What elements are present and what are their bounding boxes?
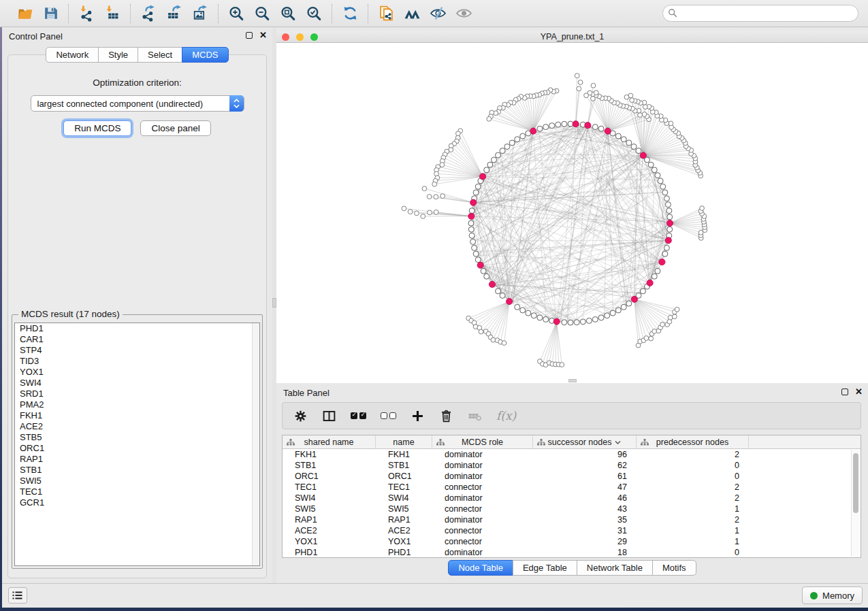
network-node[interactable] [643, 105, 647, 110]
zoom-in-icon[interactable] [225, 3, 248, 24]
close-table-panel-icon[interactable]: ✕ [855, 389, 863, 395]
share-document-icon[interactable] [374, 3, 398, 24]
mcds-result-item[interactable]: GCR1 [15, 497, 259, 508]
network-node[interactable] [652, 274, 657, 279]
network-node[interactable] [560, 363, 564, 367]
network-node[interactable] [509, 140, 515, 146]
table-row[interactable]: ORC1ORC1dominator610 [283, 471, 861, 482]
network-node[interactable] [526, 310, 531, 316]
network-node[interactable] [496, 152, 501, 158]
mcds-hub-node[interactable] [530, 128, 536, 134]
network-node[interactable] [662, 190, 668, 195]
network-node[interactable] [578, 80, 583, 85]
network-node[interactable] [568, 320, 573, 325]
network-node[interactable] [556, 122, 561, 127]
network-node[interactable] [520, 133, 526, 139]
network-node[interactable] [468, 220, 474, 226]
trash-icon[interactable] [439, 409, 453, 423]
optimization-criterion-select[interactable]: largest connected component (undirected) [31, 95, 244, 112]
network-node[interactable] [660, 184, 666, 189]
mcds-result-item[interactable]: PHD1 [15, 323, 259, 334]
mcds-list-scrollbar[interactable] [252, 323, 259, 565]
run-mcds-button[interactable]: Run MCDS [63, 120, 131, 136]
mcds-hub-node[interactable] [665, 237, 671, 244]
tab-mcds[interactable]: MCDS [182, 47, 228, 63]
network-node[interactable] [475, 257, 481, 263]
mcds-result-item[interactable]: TEC1 [15, 486, 259, 497]
network-node[interactable] [500, 148, 505, 154]
network-node[interactable] [421, 214, 425, 219]
table-row[interactable]: ACE2ACE2connector311 [283, 525, 861, 536]
table-scrollbar-thumb[interactable] [853, 453, 858, 513]
table-scrollbar[interactable] [851, 450, 860, 557]
network-node[interactable] [574, 320, 579, 325]
gear-icon[interactable] [293, 409, 308, 423]
network-node[interactable] [473, 190, 479, 195]
float-table-panel-icon[interactable] [841, 389, 848, 395]
network-node[interactable] [626, 140, 632, 146]
mcds-hub-node[interactable] [647, 280, 653, 286]
network-node[interactable] [624, 95, 629, 99]
network-node[interactable] [592, 316, 598, 322]
network-node[interactable] [668, 315, 673, 320]
network-node[interactable] [537, 126, 543, 131]
tab-style[interactable]: Style [98, 47, 138, 63]
zoom-selected-icon[interactable] [302, 3, 325, 24]
network-node[interactable] [591, 83, 596, 88]
network-node[interactable] [500, 293, 505, 298]
columns-icon[interactable] [322, 409, 336, 423]
network-node[interactable] [484, 167, 489, 173]
network-node[interactable] [537, 315, 543, 320]
mcds-hub-node[interactable] [640, 152, 646, 159]
select-all-checkboxes-icon[interactable] [351, 412, 366, 419]
network-node[interactable] [515, 137, 520, 142]
tab-network-table[interactable]: Network Table [577, 560, 653, 576]
mcds-hub-node[interactable] [479, 174, 485, 180]
import-table-icon[interactable] [101, 3, 124, 24]
mcds-result-item[interactable]: ORC1 [15, 443, 259, 454]
network-node[interactable] [649, 336, 654, 341]
mcds-result-item[interactable]: STP4 [15, 345, 259, 356]
window-close-icon[interactable] [282, 33, 289, 41]
save-icon[interactable] [39, 3, 62, 24]
binoculars-icon[interactable] [400, 3, 423, 24]
network-node[interactable] [531, 313, 536, 318]
network-node[interactable] [605, 313, 610, 318]
network-node[interactable] [630, 98, 634, 103]
mcds-hub-node[interactable] [573, 121, 579, 127]
mcds-result-item[interactable]: CAR1 [15, 334, 259, 345]
column-header-successor-nodes[interactable]: successor nodes [533, 435, 637, 448]
mcds-result-item[interactable]: STB1 [15, 465, 259, 476]
add-icon[interactable] [411, 409, 425, 423]
mcds-result-item[interactable]: SWI4 [15, 378, 259, 389]
network-node[interactable] [667, 214, 673, 220]
network-node[interactable] [502, 341, 507, 346]
network-canvas[interactable] [276, 43, 868, 383]
network-node[interactable] [598, 315, 604, 320]
memory-button[interactable]: Memory [802, 587, 863, 604]
network-node[interactable] [626, 301, 632, 306]
network-node[interactable] [648, 162, 654, 167]
tab-edge-table[interactable]: Edge Table [513, 560, 577, 576]
tab-network[interactable]: Network [46, 47, 99, 63]
tab-node-table[interactable]: Node Table [448, 560, 513, 576]
network-node[interactable] [492, 157, 497, 163]
network-node[interactable] [473, 251, 479, 257]
network-node[interactable] [427, 195, 432, 199]
network-node[interactable] [666, 208, 672, 214]
network-node[interactable] [415, 211, 419, 216]
network-node[interactable] [577, 86, 581, 91]
column-header-MCDS-role[interactable]: MCDS role [432, 435, 533, 448]
table-row[interactable]: RAP1RAP1dominator352 [283, 514, 861, 525]
mcds-result-item[interactable]: RAP1 [15, 454, 259, 465]
mcds-result-item[interactable]: SWI5 [15, 476, 259, 486]
network-node[interactable] [456, 131, 461, 136]
mcds-hub-node[interactable] [659, 259, 665, 265]
network-node[interactable] [615, 133, 621, 139]
network-node[interactable] [487, 162, 493, 167]
network-node[interactable] [484, 274, 489, 279]
network-node[interactable] [660, 323, 665, 327]
export-image-icon[interactable] [189, 3, 212, 24]
mcds-hub-node[interactable] [605, 128, 611, 134]
network-node[interactable] [594, 90, 598, 95]
